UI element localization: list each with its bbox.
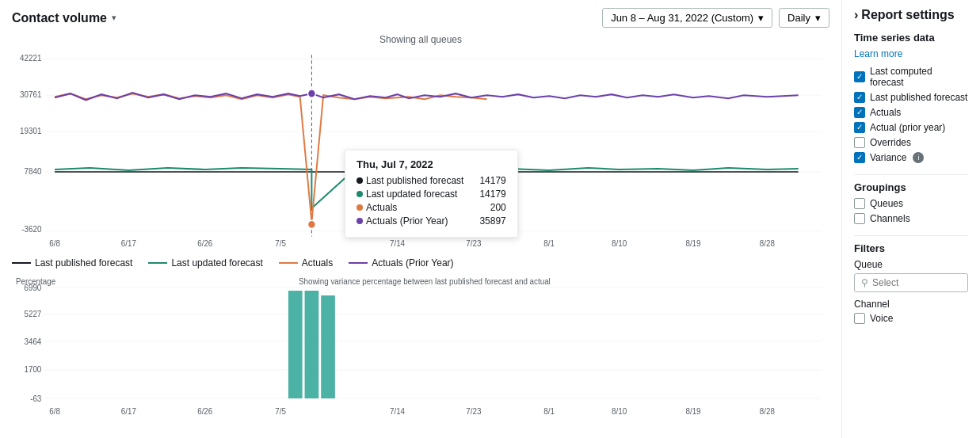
queue-filter-input-wrap: ⚲ [854,273,968,292]
queues-label: Queues [870,198,903,209]
svg-text:8/10: 8/10 [612,239,627,248]
queue-search-icon: ⚲ [861,277,868,288]
charts-container: Showing all queues 42221 30761 19301 784… [12,34,829,420]
variance-label: Variance [870,152,906,163]
svg-text:7/5: 7/5 [275,239,286,248]
queue-search-input[interactable] [872,277,961,288]
svg-text:19301: 19301 [20,127,42,135]
cb-variance: Variance i [854,152,968,163]
svg-text:6/26: 6/26 [197,407,213,416]
svg-text:1700: 1700 [24,365,41,374]
sidebar-time-series: Time series data Learn more Last compute… [854,32,968,163]
divider-1 [854,174,968,175]
legend-prior-year-line [349,262,368,264]
granularity-button[interactable]: Daily ▾ [779,8,829,28]
time-series-title: Time series data [854,32,968,44]
last-computed-checkbox[interactable] [854,71,865,82]
legend-updated: Last updated forecast [148,257,262,269]
svg-text:6/17: 6/17 [121,407,137,416]
last-published-label: Last published forecast [870,92,967,103]
svg-text:7/14: 7/14 [390,239,406,248]
main-chart-section: Showing all queues 42221 30761 19301 784… [12,34,829,273]
page-title: Contact volume [12,11,107,25]
svg-text:8/28: 8/28 [760,239,776,248]
svg-rect-46 [305,291,319,398]
svg-text:7840: 7840 [25,167,42,176]
actuals-checkbox[interactable] [854,107,865,118]
svg-text:8/10: 8/10 [612,407,627,416]
svg-text:8/19: 8/19 [685,239,701,248]
overrides-checkbox[interactable] [854,137,865,148]
cb-last-computed: Last computed forecast [854,66,968,88]
filters-title: Filters [854,242,968,254]
last-published-checkbox[interactable] [854,92,865,103]
main-chart-svg: 42221 30761 19301 7840 -3620 6/8 6/17 [12,47,829,253]
title-dropdown-arrow[interactable]: ▾ [112,13,116,23]
legend-actuals: Actuals [279,257,333,269]
legend-actuals-line [279,262,298,264]
svg-text:6/17: 6/17 [121,239,137,248]
last-computed-label: Last computed forecast [870,66,968,88]
svg-text:8/1: 8/1 [543,239,555,248]
overrides-label: Overrides [870,137,911,148]
svg-text:8/1: 8/1 [543,407,555,416]
channel-voice-item: Voice [854,313,968,324]
variance-checkbox[interactable] [854,152,865,163]
svg-text:-3620: -3620 [21,225,42,234]
svg-rect-45 [288,291,303,398]
svg-rect-47 [321,295,335,398]
svg-text:6/8: 6/8 [49,239,60,248]
voice-label: Voice [870,313,893,324]
voice-checkbox[interactable] [854,313,865,324]
cb-queues: Queues [854,198,968,209]
date-range-button[interactable]: Jun 8 – Aug 31, 2022 (Custom) ▾ [602,8,772,28]
legend-published-line [12,262,31,264]
title-area: Contact volume ▾ [12,11,116,25]
sidebar-collapse-icon[interactable]: › [854,8,858,22]
svg-text:7/5: 7/5 [275,407,286,416]
cb-last-published: Last published forecast [854,92,968,103]
svg-text:7/14: 7/14 [390,407,406,416]
page-header: Contact volume ▾ Jun 8 – Aug 31, 2022 (C… [12,8,829,28]
svg-text:7/23: 7/23 [466,407,482,416]
cb-channels: Channels [854,213,968,224]
cb-actual-prior: Actual (prior year) [854,122,968,133]
variance-chart: 6990 5227 3464 1700 -63 6/8 6/17 [12,273,829,420]
main-chart: 42221 30761 19301 7840 -3620 6/8 6/17 [12,47,829,253]
svg-text:-63: -63 [30,394,42,403]
legend-updated-line [148,262,167,264]
variance-chart-svg: 6990 5227 3464 1700 -63 6/8 6/17 [12,273,829,420]
queues-checkbox[interactable] [854,198,865,209]
learn-more-link[interactable]: Learn more [854,48,968,59]
svg-text:Percentage: Percentage [16,277,56,286]
svg-text:3464: 3464 [24,337,41,346]
divider-2 [854,235,968,236]
date-dropdown-icon: ▾ [758,12,764,24]
chart-legend: Last published forecast Last updated for… [12,257,829,269]
cb-actuals: Actuals [854,107,968,118]
svg-text:42221: 42221 [20,54,42,63]
granularity-dropdown-icon: ▾ [815,12,821,24]
svg-text:8/28: 8/28 [760,407,776,416]
svg-point-21 [307,90,315,97]
actual-prior-checkbox[interactable] [854,122,865,133]
sidebar-filters: Filters Queue ⚲ Channel Voice [854,242,968,324]
sidebar-groupings: Groupings Queues Channels [854,181,968,224]
svg-point-22 [307,220,315,228]
channels-checkbox[interactable] [854,213,865,224]
svg-text:7/23: 7/23 [466,239,482,248]
date-selector: Jun 8 – Aug 31, 2022 (Custom) ▾ Daily ▾ [602,8,829,28]
sidebar: › Report settings Time series data Learn… [841,0,980,438]
queue-label: Showing all queues [12,34,829,45]
queue-filter-label: Queue [854,259,968,270]
svg-text:6/26: 6/26 [197,239,213,248]
sidebar-title: › Report settings [854,8,968,22]
svg-text:5227: 5227 [24,310,41,318]
actuals-label: Actuals [870,107,901,118]
variance-info-icon[interactable]: i [913,152,924,163]
variance-chart-section: 6990 5227 3464 1700 -63 6/8 6/17 [12,273,829,420]
svg-text:6/8: 6/8 [49,407,60,416]
actual-prior-label: Actual (prior year) [870,122,945,133]
svg-text:30761: 30761 [20,90,42,99]
svg-text:8/19: 8/19 [685,407,701,416]
